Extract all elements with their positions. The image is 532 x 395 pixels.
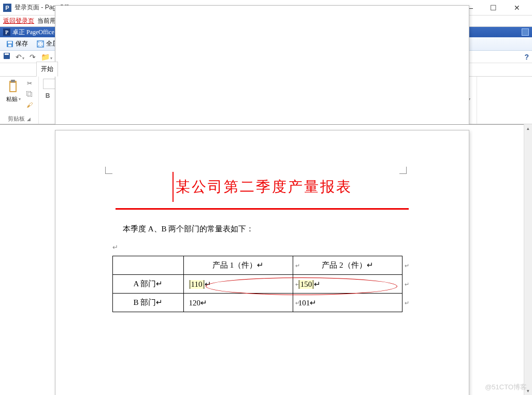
cell-b-p2[interactable]: 101↵↵: [293, 294, 402, 312]
table-row-b: B 部门↵ 120↵↵ 101↵↵: [113, 294, 402, 312]
cell-a-p1[interactable]: 110↵↵: [183, 275, 293, 294]
clipboard-label: 剪贴板: [8, 115, 25, 123]
clipboard-launcher[interactable]: ◢: [27, 116, 31, 122]
save-icon: [6, 40, 14, 48]
maximize-button[interactable]: ☐: [481, 0, 505, 16]
cut-button[interactable]: ✂: [25, 79, 34, 88]
group-clipboard: 粘贴▾ ✂ ⿻ 🖌 剪贴板◢: [0, 77, 39, 124]
data-table[interactable]: 产品 1（件）↵↵ 产品 2（件）↵↵ A 部门↵ 110↵↵ 150↵↵ B …: [112, 256, 402, 312]
svg-rect-1: [8, 41, 12, 43]
file-save-icon[interactable]: [2, 52, 11, 61]
paragraph-mark: ↵: [112, 243, 412, 252]
paste-label: 粘贴: [6, 95, 18, 103]
redo-button[interactable]: ↷: [28, 53, 37, 61]
table-header-blank[interactable]: [113, 256, 184, 275]
undo-button[interactable]: ↶▾: [15, 53, 25, 61]
svg-rect-2: [8, 45, 11, 47]
table-header-p1[interactable]: 产品 1（件）↵↵: [183, 256, 293, 275]
help-button[interactable]: ?: [523, 53, 530, 61]
platform-bar: P 卓正 PageOffice 开发平台 | 第 1 页，共 1 页: [0, 27, 532, 37]
cell-b-p1[interactable]: 120↵↵: [183, 294, 293, 312]
document-background: 某公司第二季度产量报表 本季度 A、B 两个部门的常量表如下： ↵ 产品 1（件…: [0, 124, 532, 395]
watermark-text: @51CTO博客: [485, 383, 527, 392]
bold-button[interactable]: B: [43, 91, 52, 100]
cell-b-dept[interactable]: B 部门↵: [113, 294, 184, 312]
back-to-login-link[interactable]: 返回登录页: [3, 17, 34, 25]
save-button[interactable]: 保存: [2, 38, 32, 50]
title-underline: [116, 208, 409, 210]
save-label: 保存: [16, 39, 28, 48]
close-button[interactable]: ✕: [505, 0, 529, 16]
paste-icon: [6, 80, 21, 94]
cell-a-dept[interactable]: A 部门↵: [113, 275, 184, 294]
scroll-track[interactable]: [524, 133, 532, 387]
tab-home[interactable]: 开始: [36, 62, 58, 77]
fullscreen-icon: [36, 40, 45, 48]
open-button[interactable]: 📁▾: [40, 53, 53, 61]
cell-a-p2[interactable]: 150↵↵: [293, 275, 402, 294]
expand-icon[interactable]: [522, 28, 529, 36]
platform-icon: P: [3, 28, 10, 36]
svg-rect-7: [11, 80, 15, 82]
app-icon: P: [3, 4, 11, 12]
copy-button[interactable]: ⿻: [25, 90, 34, 99]
scroll-up-button[interactable]: ▴: [524, 124, 532, 133]
document-subtitle[interactable]: 本季度 A、B 两个部门的常量表如下：: [123, 224, 412, 234]
vertical-scrollbar[interactable]: ▴ ▾: [524, 124, 532, 395]
table-row-a: A 部门↵ 110↵↵ 150↵↵: [113, 275, 402, 294]
format-painter-button[interactable]: 🖌: [25, 100, 34, 110]
svg-rect-5: [5, 53, 9, 55]
table-header-row: 产品 1（件）↵↵ 产品 2（件）↵↵: [113, 256, 402, 275]
document-area[interactable]: 某公司第二季度产量报表 本季度 A、B 两个部门的常量表如下： ↵ 产品 1（件…: [0, 124, 524, 395]
document-page[interactable]: 某公司第二季度产量报表 本季度 A、B 两个部门的常量表如下： ↵ 产品 1（件…: [55, 130, 469, 395]
svg-rect-8: [10, 83, 16, 91]
document-title[interactable]: 某公司第二季度产量报表: [172, 172, 352, 202]
table-header-p2[interactable]: 产品 2（件）↵↵: [293, 256, 402, 275]
paste-button[interactable]: 粘贴▾: [4, 79, 23, 104]
